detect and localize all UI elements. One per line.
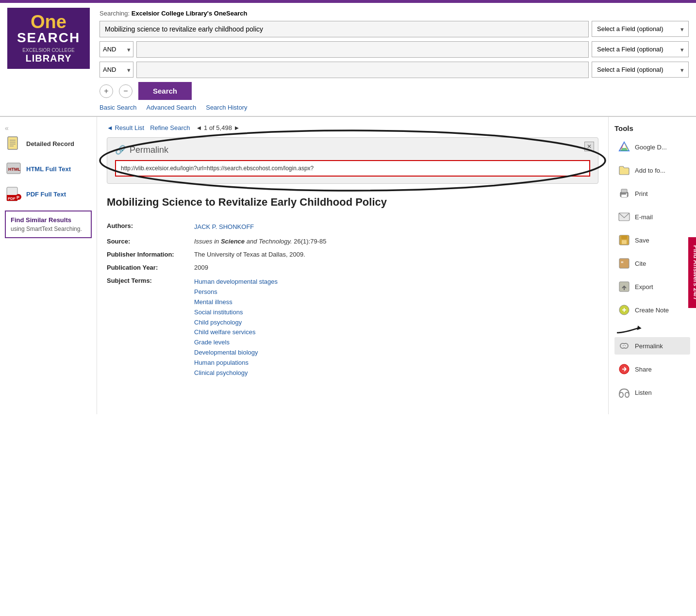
tools-title: Tools bbox=[614, 124, 690, 132]
listen-icon bbox=[617, 386, 631, 399]
remove-row-button[interactable]: − bbox=[119, 84, 133, 98]
html-icon: HTML bbox=[5, 160, 22, 178]
find-similar-box[interactable]: Find Similar Results using SmartText Sea… bbox=[5, 211, 92, 238]
tool-item-listen[interactable]: Listen bbox=[614, 384, 690, 401]
publisher-label: Publisher Information: bbox=[107, 248, 194, 261]
sidebar-item-html-full-text[interactable]: HTML HTML Full Text bbox=[5, 160, 92, 178]
search-controls: + − Search bbox=[99, 82, 689, 100]
tool-item-print[interactable]: Print bbox=[614, 185, 690, 202]
source-value: Issues in Science and Technology. 26(1):… bbox=[194, 235, 598, 248]
basic-search-link[interactable]: Basic Search bbox=[99, 104, 137, 111]
result-nav: ◄ Result List Refine Search ◄ 1 of 5,498… bbox=[107, 124, 598, 131]
detailed-record-label: Detailed Record bbox=[26, 140, 74, 147]
find-similar-title: Find Similar Results bbox=[11, 216, 86, 224]
tool-item-permalink[interactable]: Permalink bbox=[614, 337, 690, 355]
permalink-container: ✕ 🔗 Permalink http://vlib.excelsior.edu/… bbox=[107, 137, 598, 184]
subject-terms: Human developmental stagesPersonsMental … bbox=[194, 274, 598, 381]
svg-rect-0 bbox=[8, 137, 17, 149]
operator-select-2[interactable]: AND bbox=[99, 41, 133, 57]
svg-text:HTML: HTML bbox=[8, 167, 20, 172]
tool-label-permalink: Permalink bbox=[635, 342, 663, 350]
svg-rect-24 bbox=[622, 240, 627, 244]
collapse-control[interactable]: « bbox=[5, 124, 92, 132]
tool-item-folder[interactable]: Add to fo... bbox=[614, 162, 690, 179]
field-select-2[interactable]: Select a Field (optional) bbox=[592, 41, 689, 57]
subject-term-link[interactable]: Child psychology bbox=[194, 318, 598, 328]
google-drive-icon bbox=[617, 140, 631, 154]
tool-label-google-drive: Google D... bbox=[635, 144, 667, 151]
logo-one: One bbox=[12, 13, 85, 31]
logo-search: SEARCH bbox=[12, 31, 85, 45]
logo-college: EXCELSIOR COLLEGE bbox=[12, 48, 85, 53]
searching-label: Searching: Excelsior College Library's O… bbox=[99, 10, 689, 17]
tool-item-cite[interactable]: "Cite bbox=[614, 255, 690, 272]
sidebar-item-detailed-record[interactable]: Detailed Record bbox=[5, 135, 92, 152]
tool-item-email[interactable]: E-mail bbox=[614, 208, 690, 226]
tool-label-cite: Cite bbox=[635, 260, 646, 267]
search-input-3[interactable] bbox=[136, 62, 589, 78]
authors-value: JACK P. SHONKOFF bbox=[194, 219, 598, 235]
field-select-wrapper-1: Select a Field (optional) bbox=[592, 21, 689, 37]
tools-list: Google D...Add to fo...PrintE-mailSave"C… bbox=[614, 138, 690, 401]
logo: One SEARCH EXCELSIOR COLLEGE LIBRARY bbox=[7, 8, 90, 69]
advanced-search-link[interactable]: Advanced Search bbox=[147, 104, 197, 111]
search-row-3: AND Select a Field (optional) bbox=[99, 62, 689, 78]
svg-text:": " bbox=[621, 260, 624, 267]
subject-term-link[interactable]: Persons bbox=[194, 287, 598, 297]
permalink-arrow-annotation bbox=[614, 321, 690, 335]
permalink-icon bbox=[617, 339, 631, 353]
add-row-button[interactable]: + bbox=[99, 84, 113, 98]
collapse-icon: « bbox=[5, 124, 9, 132]
tool-item-google-drive[interactable]: Google D... bbox=[614, 138, 690, 156]
svg-rect-19 bbox=[621, 195, 627, 197]
find-answers-tab[interactable]: Find Answers 24/7 bbox=[689, 237, 696, 308]
tool-label-email: E-mail bbox=[635, 213, 653, 221]
subject-term-link[interactable]: Grade levels bbox=[194, 338, 598, 348]
sidebar-item-pdf-full-text[interactable]: PDF P PDF Full Text bbox=[5, 185, 92, 203]
permalink-title: 🔗 Permalink bbox=[115, 145, 590, 155]
tool-label-note: Create Note bbox=[635, 307, 669, 314]
subject-term-link[interactable]: Child welfare services bbox=[194, 327, 598, 338]
folder-icon bbox=[617, 163, 631, 177]
article-title: Mobilizing Science to Revitalize Early C… bbox=[107, 195, 598, 210]
operator-select-3[interactable]: AND bbox=[99, 62, 133, 78]
tool-item-note[interactable]: Create Note bbox=[614, 301, 690, 319]
svg-rect-23 bbox=[621, 235, 627, 239]
field-select-3[interactable]: Select a Field (optional) bbox=[592, 62, 689, 78]
svg-point-20 bbox=[626, 194, 628, 195]
permalink-box: ✕ 🔗 Permalink http://vlib.excelsior.edu/… bbox=[107, 137, 598, 184]
refine-search-link[interactable]: Refine Search bbox=[150, 124, 190, 131]
header: One SEARCH EXCELSIOR COLLEGE LIBRARY Sea… bbox=[0, 3, 696, 116]
cite-icon: " bbox=[617, 257, 631, 270]
pdf-full-text-label: PDF Full Text bbox=[26, 191, 66, 198]
tool-label-folder: Add to fo... bbox=[635, 167, 665, 174]
searching-name: Excelsior College Library's OneSearch bbox=[132, 10, 248, 17]
subject-term-link[interactable]: Mental illness bbox=[194, 297, 598, 308]
search-input-2[interactable] bbox=[136, 41, 589, 58]
svg-text:P: P bbox=[17, 195, 19, 200]
operator-wrapper-2: AND bbox=[99, 41, 133, 58]
pub-year-value: 2009 bbox=[194, 261, 598, 274]
result-list-link[interactable]: ◄ Result List bbox=[107, 124, 144, 131]
subject-term-link[interactable]: Clinical psychology bbox=[194, 368, 598, 378]
field-select-1[interactable]: Select a Field (optional) bbox=[592, 21, 689, 37]
print-icon bbox=[617, 187, 631, 200]
subject-term-link[interactable]: Social institutions bbox=[194, 308, 598, 318]
subject-term-link[interactable]: Developmental biology bbox=[194, 348, 598, 358]
permalink-url[interactable]: http://vlib.excelsior.edu/login?url=http… bbox=[115, 160, 590, 177]
tool-label-export: Export bbox=[635, 283, 653, 291]
tool-item-save[interactable]: Save bbox=[614, 231, 690, 249]
source-label: Source: bbox=[107, 235, 194, 248]
search-history-link[interactable]: Search History bbox=[206, 104, 247, 111]
svg-text:PDF: PDF bbox=[8, 196, 16, 201]
svg-rect-18 bbox=[621, 189, 627, 193]
subject-term-link[interactable]: Human developmental stages bbox=[194, 277, 598, 287]
save-icon bbox=[617, 233, 631, 247]
search-input-1[interactable] bbox=[99, 21, 589, 37]
tool-item-share[interactable]: Share bbox=[614, 360, 690, 378]
subject-term-link[interactable]: Human populations bbox=[194, 358, 598, 368]
tool-item-export[interactable]: Export bbox=[614, 278, 690, 295]
permalink-close-button[interactable]: ✕ bbox=[584, 142, 594, 151]
search-button[interactable]: Search bbox=[138, 82, 192, 100]
author-link[interactable]: JACK P. SHONKOFF bbox=[194, 222, 598, 232]
